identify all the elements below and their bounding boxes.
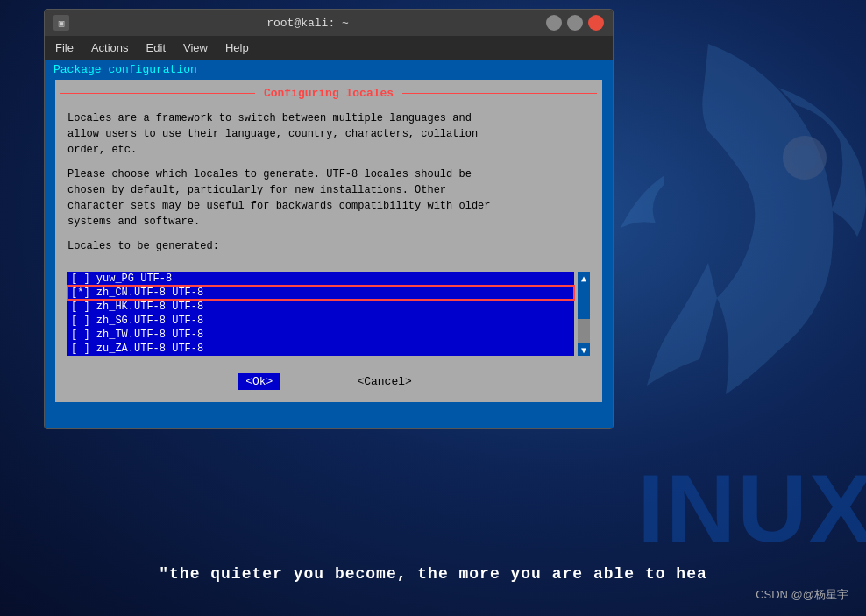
list-item[interactable]: [ ] zh_HK.UTF-8 UTF-8 [67, 300, 574, 314]
scrollbar[interactable]: ▲ ▼ [578, 272, 590, 356]
cancel-button[interactable]: <Cancel> [350, 373, 418, 390]
dialog-buttons: <Ok> <Cancel> [55, 365, 602, 402]
close-button[interactable] [588, 15, 604, 31]
list-item[interactable]: [ ] zu_ZA.UTF-8 UTF-8 [67, 342, 574, 356]
terminal-bottom-bar [45, 413, 613, 428]
pkg-config-label: Package configuration [45, 60, 613, 80]
dialog-box: Configuring locales Locales are a framew… [55, 80, 602, 402]
menu-actions[interactable]: Actions [88, 39, 132, 56]
terminal-icon: ▣ [53, 15, 69, 31]
scroll-track [578, 284, 590, 343]
dialog-title-line-right [402, 93, 597, 94]
menu-help[interactable]: Help [222, 39, 252, 56]
dialog-title-row: Configuring locales [55, 80, 602, 105]
quote-banner: "the quieter you become, the more you ar… [0, 565, 866, 583]
menu-edit[interactable]: Edit [143, 39, 169, 56]
dialog-paragraph1: Locales are a framework to switch betwee… [67, 110, 590, 158]
scroll-up-button[interactable]: ▲ [578, 272, 590, 284]
list-item[interactable]: [ ] zh_SG.UTF-8 UTF-8 [67, 314, 574, 328]
dialog-title-line-left [60, 93, 255, 94]
menu-file[interactable]: File [52, 39, 77, 56]
minimize-button[interactable] [546, 15, 562, 31]
list-item[interactable]: [ ] yuw_PG UTF-8 [67, 272, 574, 286]
dialog-paragraph2: Please choose which locales to generate.… [67, 166, 590, 230]
terminal-body: Package configuration Configuring locale… [45, 60, 613, 428]
kali-bg-text: INUX [637, 452, 866, 563]
locales-label: Locales to be generated: [67, 238, 590, 254]
scroll-down-button[interactable]: ▼ [578, 343, 590, 356]
dialog-body: Locales are a framework to switch betwee… [55, 105, 602, 272]
terminal-title: root@kali: ~ [266, 17, 349, 30]
list-item-selected[interactable]: [*] zh_CN.UTF-8 UTF-8 [67, 286, 574, 300]
maximize-button[interactable] [567, 15, 583, 31]
dialog-title-text: Configuring locales [260, 87, 397, 100]
list-area: [ ] yuw_PG UTF-8 [*] zh_CN.UTF-8 UTF-8 [… [55, 272, 602, 365]
terminal-window: ▣ root@kali: ~ File Actions Edit View He… [44, 9, 614, 429]
locale-list[interactable]: [ ] yuw_PG UTF-8 [*] zh_CN.UTF-8 UTF-8 [… [67, 272, 574, 356]
window-controls [546, 15, 604, 31]
list-item[interactable]: [ ] zh_TW.UTF-8 UTF-8 [67, 328, 574, 342]
menu-bar: File Actions Edit View Help [45, 36, 613, 60]
scroll-thumb[interactable] [578, 284, 590, 319]
menu-view[interactable]: View [180, 39, 211, 56]
title-bar: ▣ root@kali: ~ [45, 10, 613, 36]
ok-button[interactable]: <Ok> [238, 373, 280, 390]
watermark-label: CSDN @@杨星宇 [756, 587, 848, 603]
svg-point-1 [791, 145, 818, 171]
